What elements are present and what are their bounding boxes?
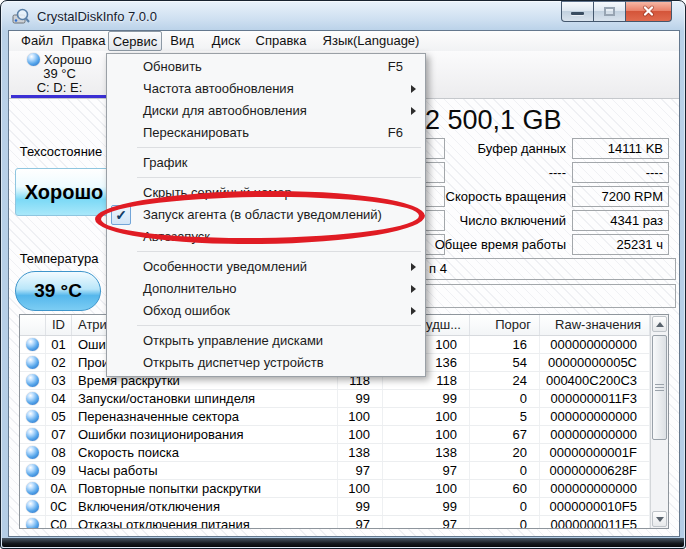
disk-tab[interactable]: Хорошо 39 °C C: D: E: bbox=[11, 51, 108, 98]
scroll-up-button[interactable] bbox=[652, 316, 667, 332]
temperature-label: Температура bbox=[15, 251, 103, 266]
window-bottom-frame bbox=[2, 538, 684, 547]
cell-id: 09 bbox=[46, 462, 72, 479]
menubar-item-1[interactable]: Файл bbox=[15, 31, 59, 51]
menubar-item-7[interactable]: Язык(Language) bbox=[312, 31, 430, 51]
vertical-scrollbar[interactable] bbox=[650, 315, 668, 528]
status-good-icon bbox=[26, 410, 39, 423]
menu-item[interactable]: Запуск агента (в области уведомлений)✓ bbox=[107, 204, 425, 226]
cell-attribute: Часы работы bbox=[72, 462, 338, 479]
table-row[interactable]: 09Часы работы9797000000000628F bbox=[20, 462, 650, 480]
menu-item-label: Открыть управление дисками bbox=[143, 333, 323, 348]
checkmark-icon: ✓ bbox=[111, 205, 131, 225]
cell-threshold: 54 bbox=[470, 354, 540, 371]
menu-item[interactable]: Открыть управление дисками bbox=[107, 330, 425, 352]
menu-item[interactable]: Открыть диспетчер устройств bbox=[107, 352, 425, 374]
status-good-icon bbox=[26, 482, 39, 495]
disk-tab-active-underline bbox=[11, 95, 108, 98]
cell-threshold: 16 bbox=[470, 336, 540, 353]
cell-id: 0C bbox=[46, 498, 72, 515]
table-row[interactable]: 04Запуски/остановки шпинделя999900000000… bbox=[20, 390, 650, 408]
disk-tab-temperature: 39 °C bbox=[11, 67, 108, 81]
table-row[interactable]: 0CВключения/отключения999900000000010F5 bbox=[20, 498, 650, 516]
health-status-button[interactable]: Хорошо bbox=[15, 168, 113, 216]
app-window: CrystalDiskInfo 7.0.0 ФайлПравкаСервисВи… bbox=[0, 0, 686, 549]
menu-item[interactable]: Особенности уведомлений bbox=[107, 256, 425, 278]
cell-raw: 00000000005C bbox=[540, 354, 650, 371]
window-controls bbox=[561, 1, 672, 22]
cell-raw: 000000000000 bbox=[540, 336, 650, 353]
menu-item[interactable]: Диски для автообновления bbox=[107, 100, 425, 122]
menu-item-label: Пересканировать bbox=[143, 125, 249, 140]
menu-item[interactable]: ПересканироватьF6 bbox=[107, 122, 425, 144]
cell-status bbox=[20, 444, 46, 461]
cell-attribute: Ошибки позиционирования bbox=[72, 426, 338, 443]
temperature-button[interactable]: 39 °C bbox=[15, 271, 101, 311]
close-button[interactable] bbox=[625, 1, 672, 22]
menubar-item-6[interactable]: Справка bbox=[250, 31, 312, 51]
table-row[interactable]: 0AПовторные попытки раскрутки10010060000… bbox=[20, 480, 650, 498]
cell-attribute: Отказы отключения питания bbox=[72, 516, 338, 529]
cell-id: 01 bbox=[46, 336, 72, 353]
menu-item[interactable]: График bbox=[107, 152, 425, 174]
menu-item[interactable]: Дополнительно bbox=[107, 278, 425, 300]
menu-item[interactable]: Скрыть серийный номер bbox=[107, 182, 425, 204]
status-good-icon bbox=[26, 374, 39, 387]
menubar-item-4[interactable]: Вид bbox=[162, 31, 202, 51]
screenshot-stage: CrystalDiskInfo 7.0.0 ФайлПравкаСервисВи… bbox=[0, 0, 686, 549]
menu-item-label: Обновить bbox=[143, 59, 202, 74]
cell-attribute: Повторные попытки раскрутки bbox=[72, 480, 338, 497]
cell-worst: 99 bbox=[383, 390, 470, 407]
cell-current: 99 bbox=[338, 498, 383, 515]
status-good-icon bbox=[26, 518, 39, 529]
menu-item-label: Автозапуск bbox=[143, 229, 210, 244]
minimize-button[interactable] bbox=[561, 1, 594, 22]
submenu-arrow-icon bbox=[411, 85, 416, 93]
menu-item-label: График bbox=[143, 155, 187, 170]
menu-item-label: Дополнительно bbox=[143, 281, 237, 296]
header-raw: Raw-значения bbox=[540, 315, 650, 335]
field-label: Общее время работы bbox=[426, 234, 566, 255]
menu-item[interactable]: Частота автообновления bbox=[107, 78, 425, 100]
minimize-icon bbox=[571, 12, 584, 15]
scrollbar-thumb[interactable] bbox=[652, 335, 667, 440]
cell-status bbox=[20, 498, 46, 515]
cell-attribute: Включения/отключения bbox=[72, 498, 338, 515]
cell-id: 03 bbox=[46, 372, 72, 389]
cell-status bbox=[20, 336, 46, 353]
menu-item[interactable]: Обход ошибок bbox=[107, 300, 425, 322]
menubar-item-2[interactable]: Правка bbox=[59, 31, 108, 51]
field-label: Буфер данных bbox=[426, 138, 566, 159]
cell-threshold: 5 bbox=[470, 408, 540, 425]
menu-item[interactable]: Автозапуск bbox=[107, 226, 425, 248]
scrollbar-grip-icon bbox=[655, 384, 664, 392]
menu-item-label: Диски для автообновления bbox=[143, 103, 307, 118]
health-label: Техсостояние bbox=[15, 144, 107, 159]
disk-tab-status: Хорошо bbox=[44, 52, 92, 67]
menu-item-label: Открыть диспетчер устройств bbox=[143, 355, 324, 370]
cell-threshold: 0 bbox=[470, 390, 540, 407]
status-good-icon bbox=[26, 338, 39, 351]
menubar-item-3[interactable]: Сервис bbox=[108, 31, 162, 51]
menu-item[interactable]: ОбновитьF5 bbox=[107, 56, 425, 78]
disk-capacity-text: 2 500,1 GB bbox=[425, 105, 562, 136]
cell-threshold: 20 bbox=[470, 444, 540, 461]
cell-raw: 000000000000 bbox=[540, 408, 650, 425]
table-row[interactable]: 07Ошибки позиционирования100100670000000… bbox=[20, 426, 650, 444]
status-good-icon bbox=[26, 500, 39, 513]
table-row[interactable]: 08Скорость поиска1381382000000000001F bbox=[20, 444, 650, 462]
service-menu-popup: ОбновитьF5Частота автообновленияДиски дл… bbox=[106, 53, 426, 377]
table-row[interactable]: C0Отказы отключения питания9797000000000… bbox=[20, 516, 650, 529]
maximize-button[interactable] bbox=[594, 1, 625, 22]
submenu-arrow-icon bbox=[411, 307, 416, 315]
cell-status bbox=[20, 390, 46, 407]
cell-raw: 0000000011F3 bbox=[540, 390, 650, 407]
menu-separator bbox=[137, 251, 421, 252]
cell-raw: 000000000000 bbox=[540, 480, 650, 497]
scroll-down-button[interactable] bbox=[652, 511, 667, 527]
table-row[interactable]: 05Переназначенные сектора100100500000000… bbox=[20, 408, 650, 426]
cell-threshold: 0 bbox=[470, 516, 540, 529]
cell-attribute: Запуски/остановки шпинделя bbox=[72, 390, 338, 407]
menubar-item-5[interactable]: Диск bbox=[202, 31, 250, 51]
cell-worst: 138 bbox=[383, 444, 470, 461]
